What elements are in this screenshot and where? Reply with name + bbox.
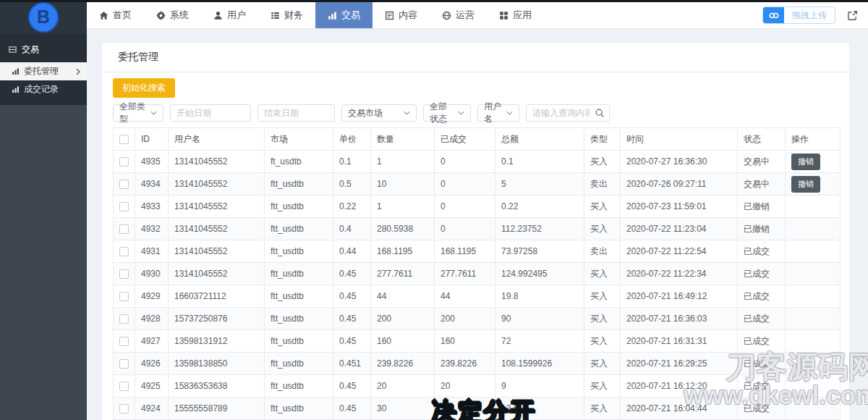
chevron-down-icon	[404, 111, 410, 115]
logo-band: B	[0, 0, 87, 34]
table-row: 4925 15836353638 ftt_usdtb 0.45 20 20 9 …	[114, 375, 841, 398]
cell-price: 0.45	[333, 308, 371, 330]
nav-label: 系统	[170, 9, 189, 22]
column-header: 市场	[265, 128, 333, 151]
cell-time: 2020-07-21 16:29:25	[621, 353, 738, 375]
cell-quantity: 20	[371, 375, 435, 398]
row-checkbox-cell	[114, 353, 135, 375]
cell-id: 4928	[135, 308, 169, 330]
reset-search-button[interactable]: 初始化搜索	[113, 78, 175, 98]
row-checkbox[interactable]	[119, 180, 129, 189]
cell-total: 0.1	[495, 151, 584, 173]
start-date-input[interactable]	[170, 104, 251, 122]
sidebar-item-entrust-management[interactable]: 委托管理	[0, 62, 87, 80]
cell-action	[786, 330, 841, 353]
row-checkbox[interactable]	[119, 157, 129, 167]
user-filter-select[interactable]: 用户名	[477, 104, 519, 122]
nav-item-trade[interactable]: 交易	[315, 2, 373, 28]
cell-type: 买入	[584, 353, 621, 375]
select-all-checkbox[interactable]	[119, 135, 129, 144]
nav-item-home[interactable]: 首页	[87, 2, 144, 28]
revoke-button[interactable]: 撤销	[791, 154, 820, 170]
end-date-input[interactable]	[258, 104, 335, 122]
cell-id: 4930	[135, 263, 169, 285]
cell-quantity: 280.5938	[371, 218, 435, 240]
cell-id: 4927	[135, 330, 169, 353]
column-header: ID	[135, 128, 169, 151]
nav-item-user[interactable]: 用户	[201, 2, 258, 28]
search-icon[interactable]	[595, 108, 605, 120]
cell-status: 已成交	[738, 285, 786, 308]
row-checkbox-cell	[114, 330, 135, 353]
sidebar-lower-panel	[0, 105, 87, 420]
market-filter-value: 交易市场	[348, 107, 383, 119]
row-checkbox[interactable]	[119, 337, 129, 346]
brand-logo-icon[interactable]: B	[28, 2, 59, 33]
revoke-button[interactable]: 撤销	[791, 176, 820, 193]
nav-item-apps[interactable]: 应用	[487, 2, 544, 28]
nav-label: 应用	[513, 9, 532, 22]
cell-price: 0.5	[333, 173, 371, 196]
nav-label: 运营	[456, 9, 475, 22]
table-row: 4931 13141045552 ftt_usdtb 0.44 168.1195…	[114, 240, 841, 263]
cell-time: 2020-07-22 11:22:54	[621, 240, 738, 263]
cell-filled: 20	[435, 375, 495, 398]
type-filter-select[interactable]: 全部类型	[113, 104, 163, 122]
cell-username: 13598131912	[169, 330, 265, 353]
row-checkbox[interactable]	[119, 404, 129, 413]
type-filter-value: 全部类型	[119, 101, 146, 125]
cell-status: 已成交	[738, 398, 786, 420]
bar-chart-icon	[12, 67, 20, 75]
column-header: 操作	[786, 128, 841, 151]
nav-item-finance[interactable]: 财务	[258, 2, 315, 28]
cell-username: 13141045552	[169, 173, 265, 196]
nav-item-content[interactable]: 内容	[373, 2, 430, 28]
row-checkbox[interactable]	[119, 269, 129, 279]
collapse-icon	[9, 46, 17, 54]
cloud-drive-icon	[763, 7, 784, 24]
table-row: 4927 13598131912 ftt_usdtb 0.45 160 160 …	[114, 330, 841, 353]
cell-time: 2020-07-23 11:59:01	[621, 196, 738, 218]
cell-price: 0.1	[333, 151, 371, 173]
share-icon[interactable]	[847, 10, 858, 21]
row-checkbox[interactable]	[119, 382, 129, 391]
nav-item-operation[interactable]: 运营	[430, 2, 487, 28]
row-checkbox[interactable]	[119, 359, 129, 369]
cell-filled: 44	[435, 285, 495, 308]
cell-id: 4925	[135, 375, 169, 398]
cell-username: 15836353638	[169, 375, 265, 398]
cell-status: 已成交	[738, 308, 786, 330]
filter-bar: 全部类型 交易市场 全部状态 用户名	[102, 98, 849, 127]
cell-quantity: 10	[371, 173, 435, 196]
cell-username: 15737250876	[169, 308, 265, 330]
status-filter-value: 全部状态	[430, 101, 454, 125]
status-filter-select[interactable]: 全部状态	[423, 104, 471, 122]
row-checkbox[interactable]	[119, 202, 129, 211]
row-checkbox[interactable]	[119, 247, 129, 256]
row-checkbox-cell	[114, 398, 135, 420]
user-icon	[213, 11, 223, 20]
row-checkbox[interactable]	[119, 314, 129, 324]
cell-id: 4932	[135, 218, 169, 240]
cell-username: 13141045552	[169, 151, 265, 173]
column-header: 数量	[371, 128, 435, 151]
cell-type: 买入	[584, 196, 621, 218]
cell-filled: 0	[435, 151, 495, 173]
cell-time: 2020-07-21 16:04:44	[621, 398, 738, 420]
market-filter-select[interactable]: 交易市场	[341, 104, 417, 122]
upload-button[interactable]: 拖拽上传	[762, 7, 835, 24]
sidebar-section-trade: 交易	[0, 34, 87, 62]
sidebar-item-trade-records[interactable]: 成交记录	[0, 80, 87, 98]
row-checkbox[interactable]	[119, 224, 129, 234]
table-row: 4928 15737250876 ftt_usdtb 0.45 200 200 …	[114, 308, 841, 330]
nav-item-system[interactable]: 系统	[144, 2, 201, 28]
cell-filled: 277.7611	[435, 263, 495, 285]
select-all-cell	[114, 128, 135, 151]
cell-type: 卖出	[584, 173, 621, 196]
cell-market: ftt_usdtb	[265, 398, 333, 420]
row-checkbox[interactable]	[119, 292, 129, 301]
cell-action: 撤销	[786, 151, 841, 173]
cell-status: 已成交	[738, 353, 786, 375]
nav-label: 用户	[227, 9, 246, 22]
table-row: 4932 13141045552 ftt_usdtb 0.4 280.5938 …	[114, 218, 841, 240]
